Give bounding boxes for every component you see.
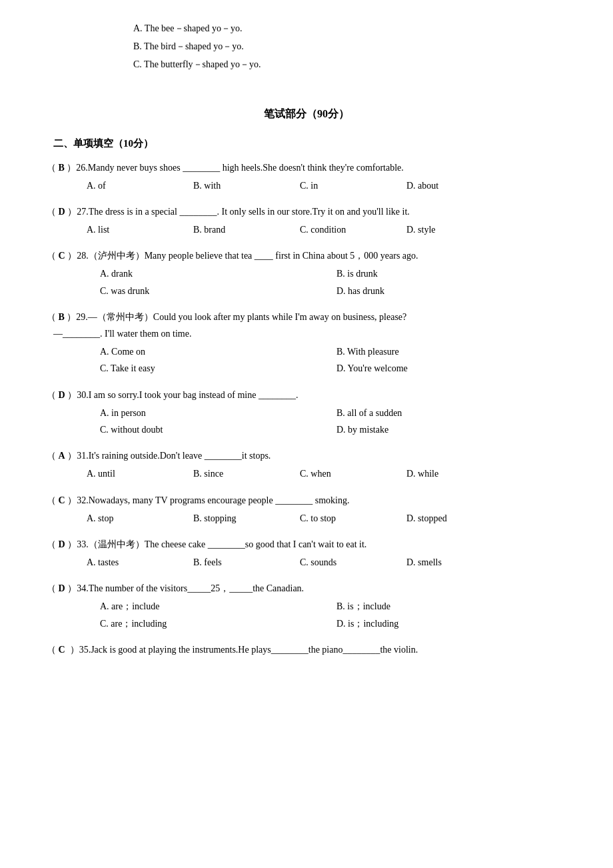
questions-container: （ B ）26.Mandy never buys shoes ________ … [40, 159, 573, 659]
q30-option-b: B. all of a sudden [336, 405, 573, 421]
q32-options: A. stop B. stopping C. to stop D. stoppe… [47, 510, 573, 527]
intro-item-3: C. The butterfly－shaped yo－yo. [133, 56, 573, 73]
q28-text: （ C ）28.（泸州中考）Many people believe that t… [47, 251, 418, 261]
intro-item-1: A. The bee－shaped yo－yo. [133, 20, 573, 37]
q31-text: （ A ）31.It's raining outside.Don't leave… [47, 451, 271, 461]
intro-item-2: B. The bird－shaped yo－yo. [133, 38, 573, 55]
q33-answer: D [59, 539, 65, 549]
q32-option-d: D. stopped [406, 510, 513, 527]
q29-text: （ B ）29.—（常州中考）Could you look after my p… [47, 312, 406, 322]
q27-answer: D [59, 207, 65, 217]
q27-text: （ D ）27.The dress is in a special ______… [47, 207, 410, 217]
q29-option-a: A. Come on [100, 343, 336, 360]
q34-answer: D [59, 583, 65, 593]
q26-option-b: B. with [193, 177, 300, 194]
q33-option-b: B. feels [193, 554, 300, 571]
q27-option-a: A. list [87, 221, 193, 238]
question-35: （ C ）35.Jack is good at playing the inst… [40, 641, 573, 658]
q30-option-c: C. without doubt [100, 421, 336, 438]
q34-option-d: D. is；including [336, 615, 573, 632]
question-34: （ D ）34.The number of the visitors_____2… [40, 580, 573, 632]
q28-answer: C [59, 251, 65, 261]
q27-option-c: C. condition [300, 221, 406, 238]
q31-option-c: C. when [300, 465, 406, 482]
q32-text: （ C ）32.Nowadays, many TV programs encou… [47, 495, 349, 505]
q29-option-c: C. Take it easy [100, 360, 336, 377]
q27-option-b: B. brand [193, 221, 300, 238]
question-30: （ D ）30.I am so sorry.I took your bag in… [40, 387, 573, 439]
q32-option-c: C. to stop [300, 510, 406, 527]
q33-text: （ D ）33.（温州中考）The cheese cake ________so… [47, 539, 366, 549]
q29-answer: B [59, 312, 65, 322]
question-28: （ C ）28.（泸州中考）Many people believe that t… [40, 247, 573, 299]
q30-text: （ D ）30.I am so sorry.I took your bag in… [47, 390, 298, 400]
q28-option-d: D. has drunk [336, 283, 573, 299]
q35-text: （ C ）35.Jack is good at playing the inst… [47, 645, 418, 655]
q34-option-a: A. are；include [100, 598, 336, 615]
q26-option-d: D. about [406, 177, 513, 194]
q35-answer: C [59, 645, 65, 655]
q26-options: A. of B. with C. in D. about [47, 177, 573, 194]
written-section-title: 笔试部分（90分） [40, 105, 573, 124]
q29-options: A. Come on B. With pleasure C. Take it e… [47, 343, 573, 377]
q26-option-c: C. in [300, 177, 406, 194]
q27-options: A. list B. brand C. condition D. style [47, 221, 573, 238]
q31-options: A. until B. since C. when D. while [47, 465, 573, 482]
q30-option-a: A. in person [100, 405, 336, 421]
q29-option-b: B. With pleasure [336, 343, 573, 360]
q34-options: A. are；include B. is；include C. are；incl… [47, 598, 573, 631]
question-31: （ A ）31.It's raining outside.Don't leave… [40, 447, 573, 482]
q26-answer: B [59, 163, 65, 173]
q34-option-b: B. is；include [336, 598, 573, 615]
q30-option-d: D. by mistake [336, 421, 573, 438]
q31-option-d: D. while [406, 465, 513, 482]
q29-continuation: —________. I'll water them on time. [47, 325, 573, 342]
q33-option-d: D. smells [406, 554, 513, 571]
question-32: （ C ）32.Nowadays, many TV programs encou… [40, 492, 573, 527]
q33-options: A. tastes B. feels C. sounds D. smells [47, 554, 573, 571]
question-27: （ D ）27.The dress is in a special ______… [40, 203, 573, 238]
q34-option-c: C. are；including [100, 615, 336, 632]
q27-option-d: D. style [406, 221, 513, 238]
q28-option-a: A. drank [100, 265, 336, 282]
q29-option-d: D. You're welcome [336, 360, 573, 377]
q31-option-a: A. until [87, 465, 193, 482]
question-29: （ B ）29.—（常州中考）Could you look after my p… [40, 309, 573, 377]
intro-section: A. The bee－shaped yo－yo. B. The bird－sha… [40, 20, 573, 73]
q28-options: A. drank B. is drunk C. was drunk D. has… [47, 265, 573, 299]
q28-option-c: C. was drunk [100, 283, 336, 299]
q31-option-b: B. since [193, 465, 300, 482]
q32-option-b: B. stopping [193, 510, 300, 527]
q33-option-c: C. sounds [300, 554, 406, 571]
question-26: （ B ）26.Mandy never buys shoes ________ … [40, 159, 573, 194]
q32-answer: C [59, 495, 65, 505]
q30-options: A. in person B. all of a sudden C. witho… [47, 405, 573, 438]
q31-answer: A [59, 451, 65, 461]
q26-option-a: A. of [87, 177, 193, 194]
question-33: （ D ）33.（温州中考）The cheese cake ________so… [40, 536, 573, 571]
q34-text: （ D ）34.The number of the visitors_____2… [47, 583, 304, 593]
q26-text: （ B ）26.Mandy never buys shoes ________ … [47, 163, 404, 173]
q33-option-a: A. tastes [87, 554, 193, 571]
q32-option-a: A. stop [87, 510, 193, 527]
q28-option-b: B. is drunk [336, 265, 573, 282]
q30-answer: D [59, 390, 65, 400]
subsection-title: 二、单项填空（10分） [53, 135, 573, 153]
